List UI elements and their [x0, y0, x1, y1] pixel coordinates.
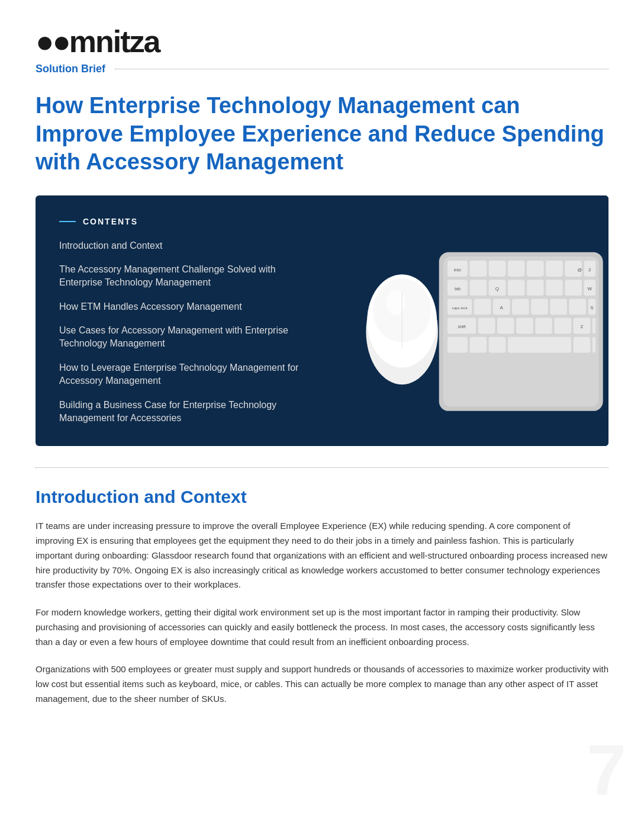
svg-rect-33 — [569, 299, 587, 315]
keyboard-illustration: esc @ 2 tab Q W c — [333, 195, 608, 447]
svg-rect-51 — [593, 336, 595, 352]
svg-text:tab: tab — [455, 287, 461, 291]
svg-rect-50 — [574, 336, 591, 352]
image-panel: esc @ 2 tab Q W c — [333, 195, 608, 447]
svg-text:caps lock: caps lock — [452, 306, 468, 310]
contents-panel: CONTENTS Introduction and Context The Ac… — [36, 195, 333, 447]
contents-dash-icon — [59, 221, 76, 222]
svg-rect-21 — [546, 280, 564, 296]
contents-list: Introduction and Context The Accessory M… — [59, 239, 310, 425]
svg-rect-39 — [497, 317, 514, 333]
svg-rect-40 — [517, 317, 534, 333]
svg-rect-49 — [508, 336, 571, 352]
svg-rect-7 — [508, 261, 525, 277]
svg-text:shift: shift — [458, 325, 466, 329]
header-divider — [115, 69, 608, 69]
svg-rect-45 — [593, 317, 595, 333]
svg-rect-31 — [532, 299, 549, 315]
contents-item-5[interactable]: How to Leverage Enterprise Technology Ma… — [59, 361, 310, 388]
svg-text:Z: Z — [581, 324, 584, 329]
svg-rect-27 — [474, 299, 491, 315]
intro-section-title: Introduction and Context — [36, 487, 608, 507]
svg-text:Q: Q — [495, 286, 499, 291]
solution-brief-row: Solution Brief — [36, 63, 608, 75]
svg-rect-42 — [555, 317, 572, 333]
svg-rect-8 — [527, 261, 544, 277]
intro-paragraph-2: For modern knowledge workers, getting th… — [36, 605, 608, 649]
svg-rect-6 — [489, 261, 506, 277]
watermark: 7 — [587, 729, 626, 810]
svg-text:S: S — [591, 305, 594, 310]
contents-box: CONTENTS Introduction and Context The Ac… — [36, 195, 608, 447]
logo: ●●mnitza — [36, 24, 608, 59]
svg-rect-32 — [550, 299, 568, 315]
contents-title: CONTENTS — [83, 217, 138, 226]
contents-item-4[interactable]: Use Cases for Accessory Management with … — [59, 324, 310, 351]
svg-rect-46 — [447, 336, 468, 352]
svg-text:W: W — [588, 286, 593, 291]
logo-text: ●●mnitza — [36, 24, 160, 59]
svg-rect-47 — [470, 336, 487, 352]
svg-rect-41 — [536, 317, 553, 333]
svg-rect-19 — [508, 280, 525, 296]
main-title: How Enterprise Technology Management can… — [36, 92, 608, 177]
intro-paragraph-3: Organizations with 500 employees or grea… — [36, 662, 608, 706]
svg-rect-16 — [470, 280, 487, 296]
svg-point-55 — [387, 290, 405, 315]
section-divider — [36, 467, 608, 468]
svg-rect-38 — [478, 317, 495, 333]
svg-rect-48 — [489, 336, 506, 352]
contents-item-2[interactable]: The Accessory Management Challenge Solve… — [59, 263, 310, 290]
svg-rect-5 — [470, 261, 487, 277]
contents-item-1[interactable]: Introduction and Context — [59, 239, 310, 252]
svg-rect-22 — [565, 280, 582, 296]
svg-rect-30 — [512, 299, 529, 315]
solution-brief-label: Solution Brief — [36, 63, 105, 75]
svg-rect-20 — [527, 280, 544, 296]
svg-text:A: A — [500, 305, 504, 310]
contents-header: CONTENTS — [59, 217, 310, 226]
intro-paragraph-1: IT teams are under increasing pressure t… — [36, 519, 608, 592]
svg-text:esc: esc — [454, 267, 462, 272]
svg-text:@: @ — [578, 267, 582, 272]
contents-item-6[interactable]: Building a Business Case for Enterprise … — [59, 399, 310, 425]
svg-text:2: 2 — [588, 267, 591, 272]
contents-item-3[interactable]: How ETM Handles Accessory Management — [59, 300, 310, 313]
svg-rect-9 — [546, 261, 564, 277]
